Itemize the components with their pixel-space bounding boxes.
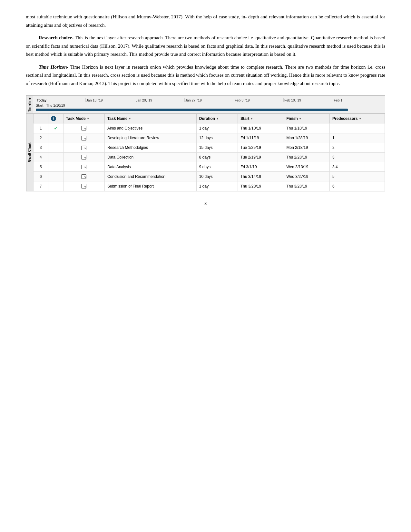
row-predecessors: 5 [329,172,385,181]
row-predecessors: 3,4 [329,162,385,172]
row-task-name: Conclusion and Recommendation [104,172,196,181]
th-start-label: Start [240,116,249,121]
th-finish[interactable]: Finish ▼ [284,114,329,123]
row-start: Thu 3/14/19 [238,172,284,181]
row-num: 2 [34,133,48,143]
table-row: 1✓Aims and Objectives1 dayThu 1/10/19Thu… [34,123,385,133]
th-duration-label: Duration [199,116,215,121]
paragraph-2: Research choice- This is the next layer … [26,34,385,59]
row-check [48,133,63,143]
text-block-2: Research choice- This is the next layer … [26,34,385,59]
page-number: 8 [26,201,385,206]
timeline-today: Today [36,98,85,102]
task-mode-icon [81,146,86,150]
task-mode-icon [81,126,86,131]
timeline-date-5: Feb 10, '19 [283,98,333,102]
th-start[interactable]: Start ▼ [238,114,284,123]
row-check [48,181,63,191]
row-finish: Thu 2/28/19 [284,152,329,162]
row-duration: 1 day [196,123,238,133]
sort-arrow-predecessors: ▼ [359,117,362,120]
sort-arrow-start: ▼ [250,117,253,120]
th-task-name[interactable]: Task Name ▼ [104,114,196,123]
th-task-mode[interactable]: Task Mode ▼ [63,114,104,123]
row-task-name: Data Analysis [104,162,196,172]
table-row: 2Developing Literatrure Review12 daysFri… [34,133,385,143]
checkmark-icon: ✓ [54,126,58,131]
paragraph-3-text: Time Horizon is next layer in research o… [26,64,385,86]
sort-arrow-task-name: ▼ [128,117,131,120]
sort-arrow-finish: ▼ [299,117,302,120]
row-num: 1 [34,123,48,133]
row-num: 4 [34,152,48,162]
row-task-mode [63,162,104,172]
timeline-date-3: Jan 27, '19 [184,98,234,102]
th-task-name-label: Task Name [107,116,127,121]
timeline-date-1: Jan 13, '19 [85,98,135,102]
row-predecessors: 6 [329,181,385,191]
row-start: Tue 1/29/19 [238,143,284,152]
gantt-header-row: i Task Mode ▼ Task Name ▼ [34,114,385,123]
th-num [34,114,48,123]
row-finish: Wed 3/13/19 [284,162,329,172]
row-start: Fri 3/1/19 [238,162,284,172]
th-task-mode-label: Task Mode [66,116,86,121]
paragraph-1: most suitable technique with questionnai… [26,13,385,29]
row-task-mode [63,181,104,191]
gantt-table-area: i Task Mode ▼ Task Name ▼ [33,114,385,191]
row-duration: 10 days [196,172,238,181]
row-duration: 9 days [196,162,238,172]
row-duration: 15 days [196,143,238,152]
row-duration: 12 days [196,133,238,143]
timeline-dates-row: Today Jan 13, '19 Jan 20, '19 Jan 27, '1… [36,98,382,102]
row-duration: 1 day [196,181,238,191]
bold-prefix-research-choice: Research choice- [39,35,73,40]
text-block-1: most suitable technique with questionnai… [26,13,385,29]
row-task-name: Submission of Final Report [104,181,196,191]
timeline-start-date: Thu 1/10/19 [46,103,65,107]
task-mode-icon [81,136,86,140]
timeline-date-6: Feb 1 [333,98,382,102]
row-task-mode [63,172,104,181]
gantt-table-wrapper: Gantt Chart i Task Mode ▼ [26,114,385,191]
timeline-start-label: Start [36,103,43,107]
row-start: Fri 1/11/19 [238,133,284,143]
timeline-label: Timeline [26,96,33,113]
row-predecessors: 1 [329,133,385,143]
row-check [48,172,63,181]
row-num: 7 [34,181,48,191]
timeline-start-row: Start Thu 1/10/19 [36,103,382,107]
th-duration[interactable]: Duration ▼ [196,114,238,123]
row-task-mode [63,143,104,152]
row-check: ✓ [48,123,63,133]
row-start: Tue 2/19/19 [238,152,284,162]
task-mode-icon [81,184,86,189]
paragraph-2-text: This is the next layer after research ap… [26,35,385,57]
row-finish: Wed 3/27/19 [284,172,329,181]
row-check [48,152,63,162]
table-row: 3Research Methodolgies15 daysTue 1/29/19… [34,143,385,152]
task-mode-icon [81,174,86,179]
paragraph-3: Time Horizon- Time Horizon is next layer… [26,63,385,88]
row-check [48,162,63,172]
row-num: 6 [34,172,48,181]
th-predecessors[interactable]: Predecessors ▼ [329,114,385,123]
row-start: Thu 1/10/19 [238,123,284,133]
row-num: 5 [34,162,48,172]
bold-prefix-time-horizon: Time Horizon- [39,64,69,70]
th-info[interactable]: i [48,114,63,123]
text-block-3: Time Horizon- Time Horizon is next layer… [26,63,385,88]
table-row: 5Data Analysis9 daysFri 3/1/19Wed 3/13/1… [34,162,385,172]
row-predecessors [329,123,385,133]
row-start: Thu 3/28/19 [238,181,284,191]
row-finish: Mon 2/18/19 [284,143,329,152]
gantt-chart: Timeline Today Jan 13, '19 Jan 20, '19 J… [26,95,385,191]
row-finish: Thu 1/10/19 [284,123,329,133]
row-predecessors: 3 [329,152,385,162]
task-mode-icon [81,155,86,160]
row-task-name: Developing Literatrure Review [104,133,196,143]
info-icon: i [51,116,56,121]
gantt-side-label: Gantt Chart [26,114,33,191]
row-duration: 8 days [196,152,238,162]
timeline-bar-visual [36,109,348,111]
